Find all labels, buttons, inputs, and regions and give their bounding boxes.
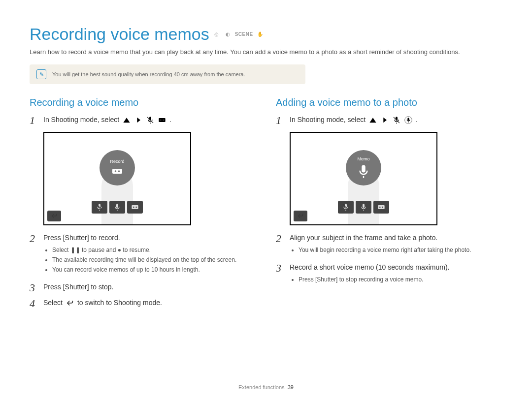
step3-text: Record a short voice memo (10 seconds ma… [290,263,449,271]
step3-text: Press [Shutter] to stop. [43,283,113,291]
toolbar-cassette-button[interactable] [127,201,143,214]
section-title-recording: Recording a voice memo [30,97,256,108]
adding-memo-section: Adding a voice memo to a photo 1 In Shoo… [276,97,502,314]
memo-mode-badge: Memo [346,150,381,185]
step1-text: In Shooting mode, select [43,115,119,125]
right-step-2: 2 Align your subject in the frame and ta… [276,233,502,258]
footer-section-label: Extended functions [238,384,285,390]
mode-icon-scene: SCENE [235,31,253,38]
mic-off-icon [392,116,401,124]
screen-toolbar [92,201,143,214]
toolbar-mic-off-button[interactable] [338,201,354,214]
back-icon [66,299,74,307]
record-badge-label: Record [110,159,124,164]
recording-memo-section: Recording a voice memo 1 In Shooting mod… [30,97,256,314]
mode-icons-row: ◎ ◐ SCENE ✋ [212,31,265,38]
note-icon: ✎ [36,69,46,79]
right-step-1: 1 In Shooting mode, select . [276,115,502,126]
tip-text: You will get the best sound quality when… [52,71,245,77]
step-number: 2 [30,233,37,244]
left-step-3: 3 Press [Shutter] to stop. [30,282,256,293]
record-mode-badge: Record [100,150,135,185]
cassette-white-icon [107,165,127,177]
cassette-icon [158,116,166,124]
step-number: 1 [30,115,37,126]
section-title-adding: Adding a voice memo to a photo [276,97,502,108]
mode-icon-dual: ✋ [256,31,265,38]
mic-white-icon [356,163,371,180]
right-step-3: 3 Record a short voice memo (10 seconds … [276,263,502,287]
step4-suffix: to switch to Shooting mode. [77,298,162,308]
step2-bullet: You will begin recording a voice memo ri… [299,246,502,254]
step-number: 2 [276,233,284,244]
left-step-1: 1 In Shooting mode, select . [30,115,256,126]
toolbar-mic-off-button[interactable] [92,201,107,214]
step2-bullet: The available recording time will be dis… [52,256,256,264]
screen-preview-memo: Memo [290,132,437,225]
step-number: 4 [30,298,37,309]
step-number: 3 [30,282,37,293]
mic-on-icon [404,116,413,124]
page-footer: Extended functions 39 [0,384,532,390]
triangle-up-icon [122,116,131,124]
screen-toolbar [338,201,389,214]
step2-bullet: Select ❚❚ to pause and ● to resume. [52,246,256,254]
back-button[interactable] [47,211,61,221]
toolbar-mic-button[interactable] [356,201,371,214]
left-step-4: 4 Select to switch to Shooting mode. [30,298,256,309]
step-number: 1 [276,115,284,126]
step2-bullet: You can record voice memos of up to 10 h… [52,266,256,274]
toolbar-cassette-button[interactable] [373,201,389,214]
mode-icon-program: ◐ [224,31,233,38]
triangle-up-icon [368,116,377,124]
step2-text: Press [Shutter] to record. [43,234,120,242]
footer-page-number: 39 [288,384,294,390]
tip-box: ✎ You will get the best sound quality wh… [30,64,305,84]
screen-preview-record: Record [43,132,191,225]
left-step-2: 2 Press [Shutter] to record. Select ❚❚ t… [30,233,256,278]
back-button[interactable] [294,211,307,221]
step1-text: In Shooting mode, select [290,115,366,125]
step2-text: Align your subject in the frame and take… [290,234,437,242]
step-number: 3 [276,263,284,274]
mic-off-icon [146,116,155,124]
intro-text: Learn how to record a voice memo that yo… [30,48,502,57]
toolbar-mic-button[interactable] [109,201,125,214]
page-title-text: Recording voice memos [30,25,209,44]
page-title: Recording voice memos ◎ ◐ SCENE ✋ [30,25,502,44]
mode-icon-auto: ◎ [212,31,221,38]
step3-bullet: Press [Shutter] to stop recording a voic… [299,276,502,283]
memo-badge-label: Memo [357,156,369,161]
step4-prefix: Select [43,298,63,308]
chevron-right-icon [134,116,143,124]
chevron-right-icon [380,116,389,124]
